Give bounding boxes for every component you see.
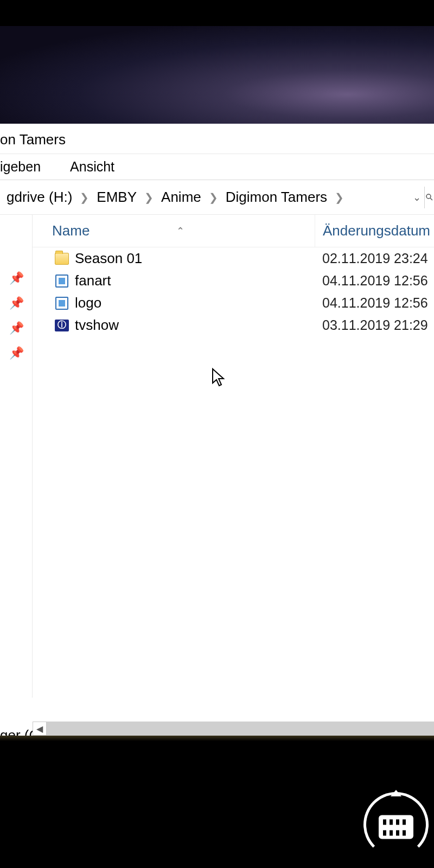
breadcrumb: gdrive (H:) ❯ EMBY ❯ Anime ❯ Digimon Tam…: [0, 180, 409, 214]
chevron-right-icon[interactable]: ❯: [205, 191, 222, 204]
file-name: tvshow: [72, 317, 315, 334]
scrollbar-track[interactable]: [47, 722, 434, 736]
address-bar[interactable]: gdrive (H:) ❯ EMBY ❯ Anime ❯ Digimon Tam…: [0, 180, 434, 215]
horizontal-scrollbar[interactable]: ◀: [33, 722, 434, 736]
svg-line-1: [430, 198, 432, 200]
scroll-left-icon[interactable]: ◀: [33, 722, 47, 736]
chevron-right-icon[interactable]: ❯: [75, 191, 93, 204]
chevron-right-icon[interactable]: ❯: [140, 191, 158, 204]
breadcrumb-item[interactable]: gdrive (H:): [3, 189, 75, 206]
explorer-window: on Tamers igeben Ansicht gdrive (H:) ❯ E…: [0, 124, 434, 736]
pin-icon[interactable]: 📌: [0, 291, 33, 316]
window-titlebar[interactable]: on Tamers: [0, 124, 434, 154]
sort-indicator-icon: ⌃: [176, 225, 184, 237]
file-date: 04.11.2019 12:56: [315, 295, 434, 311]
file-name: logo: [72, 295, 315, 311]
tab-share[interactable]: igeben: [0, 159, 41, 175]
image-file-icon: [52, 275, 72, 288]
file-row[interactable]: logo04.11.2019 12:56: [33, 292, 434, 314]
column-headers: Name ⌃ Änderungsdatum: [33, 215, 434, 247]
file-date: 02.11.2019 23:24: [315, 251, 434, 266]
image-file-icon: [52, 297, 72, 310]
navigation-pane[interactable]: 📌 📌 📌 📌: [0, 215, 33, 698]
column-header-name[interactable]: Name ⌃: [33, 222, 315, 239]
file-list-area[interactable]: Name ⌃ Änderungsdatum Season 0102.11.201…: [33, 215, 434, 698]
search-icon[interactable]: [424, 187, 434, 208]
pin-icon[interactable]: 📌: [0, 316, 33, 341]
column-header-date[interactable]: Änderungsdatum: [315, 215, 434, 247]
window-title: on Tamers: [0, 131, 66, 148]
on-screen-keyboard-button[interactable]: [363, 792, 429, 857]
file-name: Season 01: [72, 250, 315, 267]
pin-icon[interactable]: 📌: [0, 341, 33, 366]
desktop-wallpaper: [0, 26, 434, 124]
file-date: 04.11.2019 12:56: [315, 273, 434, 289]
breadcrumb-item[interactable]: Digimon Tamers: [222, 189, 330, 206]
address-dropdown-icon[interactable]: ⌄: [409, 192, 424, 203]
pin-icon[interactable]: 📌: [0, 266, 33, 291]
breadcrumb-item[interactable]: Anime: [158, 189, 205, 206]
mouse-cursor-icon: [212, 368, 226, 391]
svg-point-0: [426, 194, 431, 199]
file-date: 03.11.2019 21:29: [315, 317, 434, 333]
folder-icon: [52, 253, 72, 265]
file-row[interactable]: tvshow03.11.2019 21:29: [33, 314, 434, 336]
chevron-up-icon: [391, 790, 401, 796]
chevron-right-icon[interactable]: ❯: [330, 191, 348, 204]
keyboard-icon: [379, 815, 413, 839]
file-row[interactable]: Season 0102.11.2019 23:24: [33, 247, 434, 270]
nfo-file-icon: [52, 320, 72, 331]
breadcrumb-item[interactable]: EMBY: [93, 189, 140, 206]
file-row[interactable]: fanart04.11.2019 12:56: [33, 270, 434, 292]
ribbon-tabs: igeben Ansicht: [0, 154, 434, 180]
file-name: fanart: [72, 272, 315, 289]
tab-view[interactable]: Ansicht: [70, 159, 114, 175]
